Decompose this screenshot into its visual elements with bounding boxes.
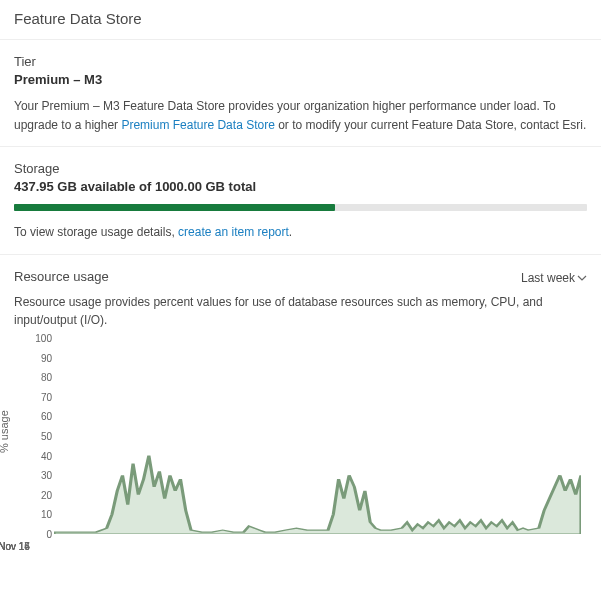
tier-description: Your Premium – M3 Feature Data Store pro… — [14, 97, 587, 134]
chart-y-tick: 100 — [34, 332, 52, 343]
chart-y-axis-label: % usage — [0, 410, 10, 453]
chart-y-tick: 0 — [34, 528, 52, 539]
storage-report: To view storage usage details, create an… — [14, 223, 587, 242]
resource-label: Resource usage — [14, 269, 109, 284]
chart-y-tick: 70 — [34, 391, 52, 402]
time-range-dropdown[interactable]: Last week — [521, 271, 587, 285]
tier-label: Tier — [14, 54, 587, 69]
chart-x-tick: Nov 17 — [0, 541, 30, 552]
chart-y-tick: 90 — [34, 352, 52, 363]
storage-label: Storage — [14, 161, 587, 176]
create-item-report-link[interactable]: create an item report — [178, 225, 289, 239]
storage-progress-track — [14, 204, 587, 211]
storage-report-prefix: To view storage usage details, — [14, 225, 178, 239]
storage-section: Storage 437.95 GB available of 1000.00 G… — [0, 147, 601, 255]
premium-feature-data-store-link[interactable]: Premium Feature Data Store — [121, 118, 274, 132]
resource-header: Resource usage Last week — [14, 269, 587, 287]
tier-desc-suffix: or to modify your current Feature Data S… — [275, 118, 586, 132]
tier-value: Premium – M3 — [14, 72, 587, 87]
tier-section: Tier Premium – M3 Your Premium – M3 Feat… — [0, 40, 601, 147]
chart-y-tick: 20 — [34, 489, 52, 500]
chart-y-tick: 10 — [34, 509, 52, 520]
time-range-label: Last week — [521, 271, 575, 285]
chart-y-tick: 80 — [34, 372, 52, 383]
chart-plot-area — [54, 338, 581, 534]
page-title: Feature Data Store — [0, 0, 601, 40]
usage-area-series — [54, 456, 581, 534]
chart-y-tick: 40 — [34, 450, 52, 461]
storage-summary: 437.95 GB available of 1000.00 GB total — [14, 179, 587, 194]
chart-y-tick: 50 — [34, 430, 52, 441]
storage-report-suffix: . — [289, 225, 292, 239]
resource-usage-section: Resource usage Last week Resource usage … — [0, 255, 601, 568]
resource-usage-chart: % usage 0102030405060708090100 Nov 14Nov… — [14, 338, 587, 556]
chart-y-tick: 30 — [34, 470, 52, 481]
chart-y-tick: 60 — [34, 411, 52, 422]
chevron-down-icon — [577, 273, 587, 283]
storage-progress-fill — [14, 204, 335, 211]
resource-desc: Resource usage provides percent values f… — [14, 293, 587, 330]
